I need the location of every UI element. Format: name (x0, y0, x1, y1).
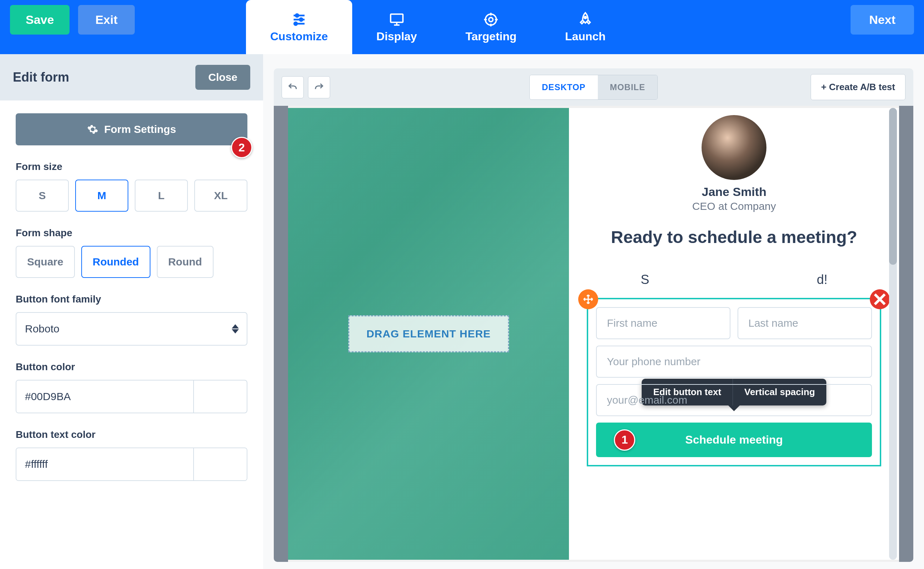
view-desktop[interactable]: DESKTOP (530, 75, 598, 99)
button-color-input[interactable] (17, 380, 193, 412)
email-input[interactable]: your@email.com (596, 384, 872, 416)
svg-point-10 (489, 17, 493, 22)
move-handle[interactable] (578, 289, 598, 309)
button-color-row (16, 380, 247, 413)
close-icon (870, 289, 890, 309)
scrollbar[interactable] (889, 108, 897, 560)
popup-content-pane: Jane Smith CEO at Company Ready to sched… (569, 108, 899, 560)
redo-icon (314, 82, 325, 93)
button-font-select[interactable]: Roboto (16, 312, 247, 345)
callout-badge-1: 1 (614, 429, 635, 451)
shape-square[interactable]: Square (16, 246, 75, 278)
select-arrows-icon (232, 324, 239, 333)
sidebar-header: Edit form Close (0, 54, 263, 100)
sidebar-title: Edit form (13, 70, 69, 85)
view-mobile[interactable]: MOBILE (598, 75, 657, 99)
canvas-area: DESKTOP MOBILE + Create A/B test DRAG EL… (263, 54, 924, 569)
schedule-meeting-button[interactable]: 1 Schedule meeting (596, 423, 872, 457)
view-toggle: DESKTOP MOBILE (529, 75, 658, 100)
top-tabs: Customize Display Targeting Launch (246, 0, 630, 54)
delete-handle[interactable] (870, 289, 890, 309)
svg-point-15 (584, 17, 586, 18)
svg-point-4 (300, 18, 303, 21)
canvas-toolbar: DESKTOP MOBILE + Create A/B test (274, 68, 913, 106)
popup-subheading[interactable]: S xxxxxxxxxxxxxxxxxxxxxxxxx d! (640, 272, 827, 287)
sliders-icon (291, 11, 307, 28)
button-text-color-label: Button text color (16, 429, 247, 440)
last-name-input[interactable]: Last name (738, 307, 872, 339)
svg-point-9 (485, 14, 497, 25)
create-ab-test-button[interactable]: + Create A/B test (811, 74, 906, 100)
gear-icon (87, 124, 98, 135)
tab-label: Targeting (465, 30, 517, 43)
topbar: Save Exit Customize Display Targeting La… (0, 0, 924, 54)
button-color-label: Button color (16, 361, 247, 373)
undo-button[interactable] (282, 76, 304, 98)
sidebar: Edit form Close Form Settings 2 Form siz… (0, 54, 263, 569)
tab-launch[interactable]: Launch (541, 0, 630, 54)
exit-button[interactable]: Exit (78, 5, 134, 35)
button-font-label: Button font family (16, 294, 247, 305)
avatar[interactable] (701, 115, 767, 180)
form-settings-button[interactable]: Form Settings 2 (16, 113, 247, 145)
size-xl[interactable]: XL (194, 180, 247, 211)
person-title[interactable]: CEO at Company (692, 200, 776, 212)
svg-point-5 (294, 22, 297, 25)
target-icon (483, 11, 499, 28)
next-button[interactable]: Next (851, 5, 914, 35)
scrollbar-thumb[interactable] (889, 108, 897, 265)
tab-display[interactable]: Display (352, 0, 441, 54)
form-size-label: Form size (16, 161, 247, 172)
undo-icon (287, 82, 298, 93)
popup-image-pane[interactable]: DRAG ELEMENT HERE (288, 108, 569, 560)
svg-rect-6 (390, 14, 403, 22)
save-button[interactable]: Save (10, 5, 70, 35)
topbar-left: Save Exit (0, 0, 135, 35)
first-name-input[interactable]: First name (596, 307, 730, 339)
button-text-color-swatch[interactable] (193, 448, 247, 480)
drop-zone[interactable]: DRAG ELEMENT HERE (348, 315, 509, 352)
form-shape-label: Form shape (16, 227, 247, 239)
tab-label: Display (377, 30, 417, 43)
phone-input[interactable]: Your phone number (596, 345, 872, 378)
shape-rounded[interactable]: Rounded (81, 246, 151, 278)
person-name[interactable]: Jane Smith (702, 185, 767, 199)
selected-form[interactable]: First name Last name Your phone number y… (587, 298, 881, 466)
button-color-swatch[interactable] (193, 380, 247, 412)
button-text-color-row (16, 447, 247, 481)
popup-heading[interactable]: Ready to schedule a meeting? (611, 227, 857, 248)
button-text-color-input[interactable] (17, 448, 193, 480)
shape-round[interactable]: Round (157, 246, 213, 278)
tab-customize[interactable]: Customize (246, 0, 352, 54)
preview-canvas: DRAG ELEMENT HERE Jane Smith CEO at Comp… (274, 106, 913, 562)
tab-label: Customize (270, 30, 328, 43)
tab-label: Launch (565, 30, 606, 43)
popup-preview: DRAG ELEMENT HERE Jane Smith CEO at Comp… (288, 108, 899, 560)
size-m[interactable]: M (75, 180, 128, 211)
size-l[interactable]: L (135, 180, 188, 211)
size-s[interactable]: S (16, 180, 69, 211)
form-settings-label: Form Settings (104, 123, 176, 135)
redo-button[interactable] (308, 76, 330, 98)
move-icon (583, 294, 593, 304)
schedule-label: Schedule meeting (685, 433, 783, 446)
svg-point-3 (296, 14, 298, 17)
form-size-options: S M L XL (16, 180, 247, 211)
close-button[interactable]: Close (195, 65, 250, 90)
callout-badge-2: 2 (231, 137, 252, 158)
rocket-icon (577, 11, 593, 28)
monitor-icon (389, 11, 405, 28)
form-shape-options: Square Rounded Round (16, 246, 247, 278)
tab-targeting[interactable]: Targeting (441, 0, 541, 54)
